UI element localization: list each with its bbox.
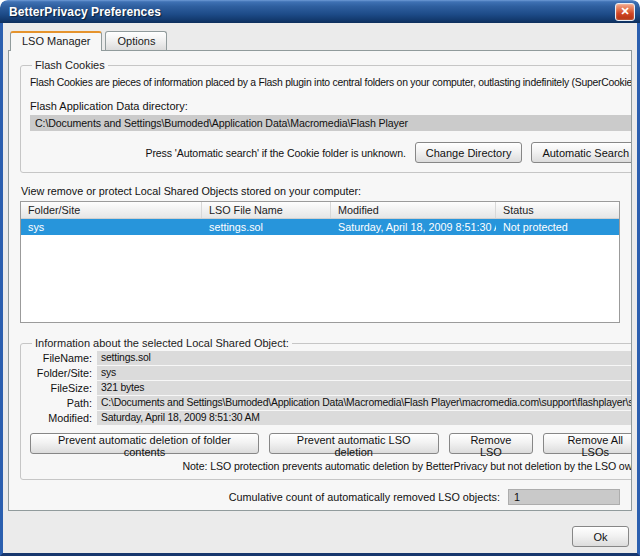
modified-label: Modified: xyxy=(30,412,97,424)
info-row-path: Path: C:\Documents and Settings\Bumoded\… xyxy=(30,396,632,410)
cell-lso-file-name: settings.sol xyxy=(202,219,331,235)
folder-site-label: Folder/Site: xyxy=(30,367,97,379)
close-icon: ✕ xyxy=(620,5,629,18)
cumulative-count-label: Cumulative count of automatically remove… xyxy=(229,491,500,503)
lso-list-label: View remove or protect Local Shared Obje… xyxy=(21,185,620,197)
lso-manager-panel: Flash Cookies Flash Cookies are pieces o… xyxy=(8,50,632,511)
lso-actions-row: Prevent automatic deletion of folder con… xyxy=(30,433,632,454)
remove-all-lsos-button[interactable]: Remove All LSOs xyxy=(543,433,632,454)
protection-note: Note: LSO protection prevents automatic … xyxy=(30,460,632,472)
lso-info-group: Information about the selected Local Sha… xyxy=(20,337,632,480)
ok-button[interactable]: Ok xyxy=(572,526,629,547)
lso-info-legend: Information about the selected Local Sha… xyxy=(32,337,292,349)
flash-directory-field[interactable]: C:\Documents and Settings\Bumoded\Applic… xyxy=(30,115,632,131)
filename-label: FileName: xyxy=(30,352,97,364)
tab-options[interactable]: Options xyxy=(105,31,167,50)
directory-label: Flash Application Data directory: xyxy=(30,100,632,112)
info-row-modified: Modified: Saturday, April 18, 2009 8:51:… xyxy=(30,411,632,425)
prevent-lso-deletion-button[interactable]: Prevent automatic LSO deletion xyxy=(269,433,439,454)
column-header-lso-file-name[interactable]: LSO File Name xyxy=(202,202,331,218)
removed-count-field[interactable]: 1 xyxy=(508,489,620,505)
directory-actions-row: Press 'Automatic search' if the Cookie f… xyxy=(30,142,632,163)
column-header-status[interactable]: Status xyxy=(496,202,619,218)
tab-lso-manager[interactable]: LSO Manager xyxy=(10,31,102,51)
change-directory-button[interactable]: Change Directory xyxy=(415,142,523,163)
path-value: C:\Documents and Settings\Bumoded\Applic… xyxy=(97,396,632,410)
dialog-body: LSO Manager Options Flash Cookies Flash … xyxy=(0,23,640,556)
filename-value: settings.sol xyxy=(97,351,632,365)
modified-value: Saturday, April 18, 2009 8:51:30 AM xyxy=(97,411,632,425)
flash-cookies-group: Flash Cookies Flash Cookies are pieces o… xyxy=(20,59,632,173)
cell-status: Not protected xyxy=(496,219,619,235)
cell-folder-site: sys xyxy=(21,219,202,235)
prevent-folder-deletion-button[interactable]: Prevent automatic deletion of folder con… xyxy=(30,433,259,454)
dialog-footer: Ok xyxy=(8,511,632,547)
lso-table-header: Folder/Site LSO File Name Modified Statu… xyxy=(21,202,619,219)
flash-cookies-legend: Flash Cookies xyxy=(32,59,108,71)
info-row-folder-site: Folder/Site: sys xyxy=(30,366,632,380)
filesize-value: 321 bytes xyxy=(97,381,632,395)
column-header-folder-site[interactable]: Folder/Site xyxy=(21,202,202,218)
path-label: Path: xyxy=(30,397,97,409)
close-button[interactable]: ✕ xyxy=(615,3,635,21)
flash-cookies-description: Flash Cookies are pieces of information … xyxy=(30,77,632,88)
automatic-search-button[interactable]: Automatic Search xyxy=(531,142,632,163)
lso-table: Folder/Site LSO File Name Modified Statu… xyxy=(20,201,620,323)
column-header-modified[interactable]: Modified xyxy=(331,202,496,218)
table-row[interactable]: sys settings.sol Saturday, April 18, 200… xyxy=(21,219,619,235)
cell-modified: Saturday, April 18, 2009 8:51:30 AM xyxy=(331,219,496,235)
remove-lso-button[interactable]: Remove LSO xyxy=(449,433,534,454)
betterprivacy-preferences-window: BetterPrivacy Preferences ✕ LSO Manager … xyxy=(0,0,640,556)
folder-site-value: sys xyxy=(97,366,632,380)
filesize-label: FileSize: xyxy=(30,382,97,394)
info-row-filename: FileName: settings.sol xyxy=(30,351,632,365)
automatic-search-hint: Press 'Automatic search' if the Cookie f… xyxy=(145,147,405,159)
info-row-filesize: FileSize: 321 bytes xyxy=(30,381,632,395)
window-title: BetterPrivacy Preferences xyxy=(9,5,615,19)
tab-bar: LSO Manager Options xyxy=(10,31,632,50)
cumulative-count-row: Cumulative count of automatically remove… xyxy=(20,489,620,505)
title-bar: BetterPrivacy Preferences ✕ xyxy=(0,0,640,23)
